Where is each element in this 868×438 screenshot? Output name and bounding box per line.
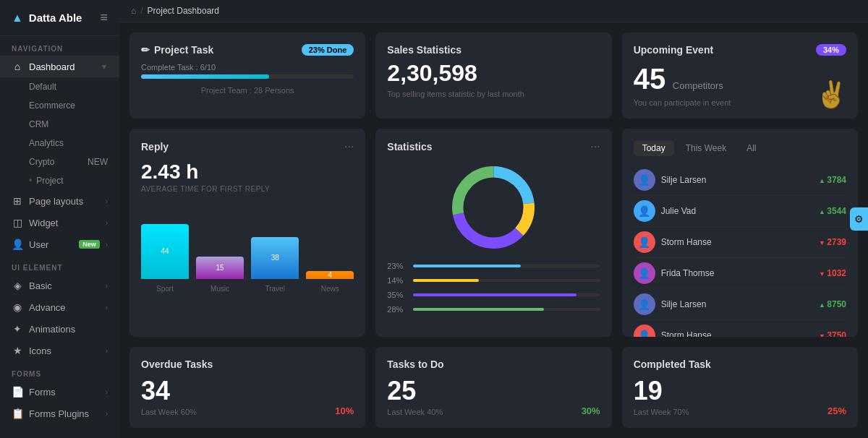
forms-icon: 📄 — [12, 386, 23, 398]
leader-stat: 3750 — [819, 330, 846, 337]
card-header: Reply ··· — [141, 140, 354, 153]
bar-value: 15 — [216, 264, 224, 272]
sidebar-item-animations[interactable]: ✦ Animations — [0, 318, 119, 340]
sales-card: Sales Statistics 2,30,598 Top selling it… — [375, 33, 611, 119]
breadcrumb-current: Project Dashboard — [148, 6, 219, 16]
settings-edge-button[interactable]: ⚙ — [850, 207, 868, 231]
edit-icon: ✏ — [141, 44, 150, 56]
logo-text: Datta Able — [29, 12, 82, 24]
tab-all[interactable]: All — [738, 140, 765, 156]
leaderboard-card: TodayThis WeekAll 👤 Silje Larsen 3784 👤 … — [622, 129, 858, 337]
todo-subtitle: Last Week 40% — [387, 408, 600, 416]
tasks-todo-card: Tasks to Do 25 Last Week 40% 30% — [375, 347, 611, 428]
sidebar-item-dashboard[interactable]: ⌂ Dashboard ▼ — [0, 56, 119, 77]
topbar: ⌂ / Project Dashboard — [119, 0, 868, 22]
done-badge: 23% Done — [302, 44, 354, 56]
widget-icon: ◫ — [12, 217, 23, 228]
sidebar-item-label: Basic — [29, 280, 100, 291]
sidebar-item-analytics[interactable]: Analytics — [0, 134, 119, 153]
stats-menu-icon[interactable]: ··· — [590, 140, 600, 153]
leader-avatar: 👤 — [634, 293, 655, 315]
leaderboard-rows: 👤 Silje Larsen 3784 👤 Julie Vad 3544 👤 S… — [634, 165, 846, 337]
leader-row: 👤 Frida Thomse 1032 — [634, 258, 846, 289]
bar-value: 4 — [328, 271, 332, 279]
sidebar-item-crm[interactable]: CRM — [0, 115, 119, 134]
event-card: Upcoming Event 34% 45 Competitors You ca… — [622, 33, 858, 119]
leader-avatar: 👤 — [634, 262, 655, 284]
progress-bar-fill — [141, 74, 269, 79]
sidebar-item-crypto[interactable]: Crypto NEW — [0, 153, 119, 171]
sidebar-item-page-layouts[interactable]: ⊞ Page layouts › — [0, 190, 119, 212]
new-badge: NEW — [88, 157, 108, 167]
sidebar-item-user[interactable]: 👤 User New › — [0, 233, 119, 255]
completed-subtitle: Last Week 70% — [634, 408, 846, 416]
ui-element-label: UI ELEMENT — [0, 255, 119, 275]
card-title: Statistics — [387, 141, 432, 153]
bar: 44 — [141, 224, 189, 280]
chevron-right-icon: › — [106, 388, 108, 396]
prog-bg — [413, 308, 600, 311]
tab-today[interactable]: Today — [634, 140, 674, 156]
overdue-tasks-card: Overdue Tasks 34 Last Week 60% 10% — [129, 347, 365, 428]
sidebar: ▲ Datta Able ≡ NAVIGATION ⌂ Dashboard ▼ … — [0, 0, 119, 438]
prog-pct: 28% — [387, 305, 407, 314]
chevron-right-icon: › — [106, 282, 108, 290]
sidebar-item-basic[interactable]: ◈ Basic › — [0, 275, 119, 296]
prog-fill — [413, 265, 521, 267]
leader-name: Storm Hanse — [661, 237, 813, 247]
sidebar-item-label: Forms Plugins — [29, 408, 100, 419]
prog-pct: 23% — [387, 262, 407, 270]
leader-row: 👤 Storm Hanse 2739 — [634, 227, 846, 258]
bar-label: Sport — [156, 285, 174, 293]
event-number: 45 — [634, 63, 666, 95]
basic-icon: ◈ — [12, 280, 23, 291]
sales-subtitle: Top selling items statistic by last mont… — [387, 90, 600, 98]
progress-label: Complete Task : 6/10 — [141, 63, 354, 72]
forms-label: FORMS — [0, 361, 119, 381]
bar-label: Music — [210, 285, 229, 293]
sidebar-item-forms[interactable]: 📄 Forms › — [0, 381, 119, 403]
sidebar-item-project[interactable]: Project — [0, 171, 119, 190]
card-title: Sales Statistics — [387, 44, 600, 56]
hamburger-icon[interactable]: ≡ — [100, 10, 108, 25]
reply-time: 2.43 h — [141, 160, 354, 184]
bar: 4 — [306, 271, 354, 279]
leader-row: 👤 Julie Vad 3544 — [634, 196, 846, 227]
leader-stat: 3544 — [819, 206, 846, 216]
stats-progress-rows: 23% 14% 35% 28% — [387, 262, 600, 314]
event-badge: 34% — [816, 44, 846, 56]
bar-value: 38 — [271, 254, 279, 262]
sidebar-item-icons[interactable]: ★ Icons › — [0, 340, 119, 361]
leader-avatar: 👤 — [634, 231, 655, 253]
leader-stat: 1032 — [819, 268, 846, 278]
leader-avatar: 👤 — [634, 200, 655, 222]
prog-bg — [413, 279, 600, 282]
leader-name: Silje Larsen — [661, 299, 813, 309]
todo-pct: 30% — [582, 405, 600, 416]
content-grid: ✏ Project Task 23% Done Complete Task : … — [119, 22, 868, 438]
todo-number: 25 — [387, 376, 600, 406]
event-competitors: Competitors — [673, 80, 723, 91]
reply-menu-icon[interactable]: ··· — [344, 140, 354, 153]
project-task-card: ✏ Project Task 23% Done Complete Task : … — [129, 33, 365, 119]
sidebar-item-label: Advance — [29, 302, 100, 313]
card-title: Completed Task — [634, 358, 846, 370]
sidebar-item-forms-plugins[interactable]: 📋 Forms Plugins › — [0, 403, 119, 424]
card-title: Tasks to Do — [387, 358, 600, 370]
sidebar-item-label: Icons — [29, 345, 100, 356]
card-header: ✏ Project Task 23% Done — [141, 44, 354, 56]
overdue-subtitle: Last Week 60% — [141, 408, 354, 416]
chevron-right-icon: › — [106, 347, 108, 355]
forms-plugins-icon: 📋 — [12, 408, 23, 419]
tab-this-week[interactable]: This Week — [677, 140, 735, 156]
chevron-right-icon: › — [106, 241, 108, 249]
project-team-label: Project Team : 28 Persons — [141, 86, 354, 95]
progress-row: 28% — [387, 305, 600, 314]
reply-card: Reply ··· 2.43 h AVERAGE TIME FOR FIRST … — [129, 129, 365, 337]
bar-label: News — [321, 285, 339, 293]
bar-group: 38Travel — [251, 237, 299, 293]
sidebar-item-advance[interactable]: ◉ Advance › — [0, 296, 119, 318]
sidebar-item-ecommerce[interactable]: Ecommerce — [0, 96, 119, 115]
sidebar-item-widget[interactable]: ◫ Widget › — [0, 212, 119, 233]
sidebar-item-default[interactable]: Default — [0, 77, 119, 96]
